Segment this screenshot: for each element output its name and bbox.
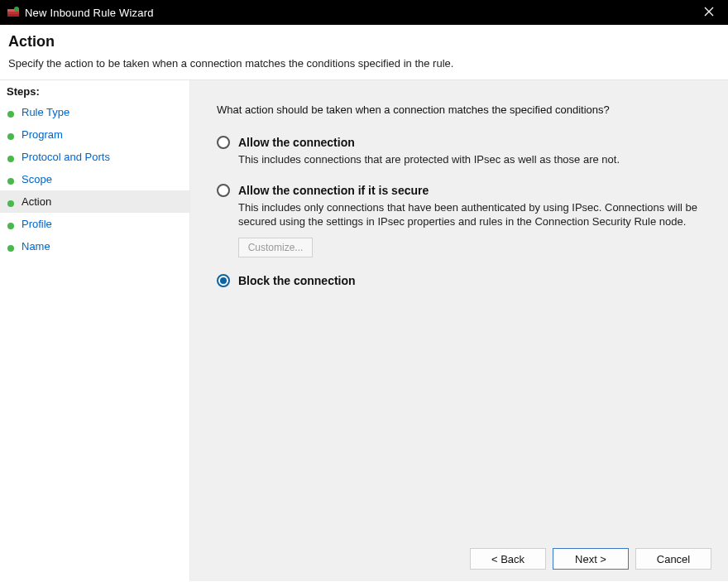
svg-point-8 xyxy=(7,156,14,162)
step-label: Name xyxy=(22,240,50,253)
radio-allow[interactable] xyxy=(217,136,230,149)
step-protocol-ports[interactable]: Protocol and Ports xyxy=(0,146,189,168)
titlebar: New Inbound Rule Wizard xyxy=(0,0,728,25)
bullet-icon xyxy=(7,243,15,251)
option-block: Block the connection xyxy=(217,274,705,287)
main-panel: What action should be taken when a conne… xyxy=(190,80,728,581)
wizard-content: Steps: Rule Type Program Protocol and Po… xyxy=(0,80,728,581)
bullet-icon xyxy=(7,176,15,184)
svg-point-3 xyxy=(14,7,19,12)
option-block-title: Block the connection xyxy=(238,274,356,287)
cancel-button[interactable]: Cancel xyxy=(635,548,711,570)
step-program[interactable]: Program xyxy=(0,123,189,146)
window-title: New Inbound Rule Wizard xyxy=(25,7,154,19)
option-allow: Allow the connection This includes conne… xyxy=(217,136,705,167)
titlebar-left: New Inbound Rule Wizard xyxy=(7,6,154,19)
option-allow-desc: This includes connections that are prote… xyxy=(238,152,702,167)
svg-point-7 xyxy=(7,133,14,140)
action-options: Allow the connection This includes conne… xyxy=(217,136,705,287)
steps-sidebar: Steps: Rule Type Program Protocol and Po… xyxy=(0,80,190,581)
step-label: Protocol and Ports xyxy=(22,151,110,163)
svg-point-9 xyxy=(7,178,14,185)
radio-allow-secure[interactable] xyxy=(217,184,230,197)
bullet-icon xyxy=(7,198,15,206)
option-allow-secure-head[interactable]: Allow the connection if it is secure xyxy=(217,184,705,197)
step-profile[interactable]: Profile xyxy=(0,213,189,235)
close-icon xyxy=(704,7,714,19)
svg-point-6 xyxy=(7,111,14,118)
option-allow-secure: Allow the connection if it is secure Thi… xyxy=(217,184,705,257)
step-action[interactable]: Action xyxy=(0,190,189,213)
step-label: Action xyxy=(22,195,51,208)
option-allow-secure-title: Allow the connection if it is secure xyxy=(238,184,429,197)
customize-button: Customize... xyxy=(238,238,313,257)
step-label: Rule Type xyxy=(22,106,69,118)
wizard-footer: < Back Next > Cancel xyxy=(470,548,711,570)
option-block-head[interactable]: Block the connection xyxy=(217,274,705,287)
bullet-icon xyxy=(7,131,15,139)
bullet-icon xyxy=(7,153,15,161)
bullet-icon xyxy=(7,108,15,117)
wizard-header: Action Specify the action to be taken wh… xyxy=(0,25,728,80)
step-name[interactable]: Name xyxy=(0,235,189,257)
radio-block[interactable] xyxy=(217,274,230,287)
svg-point-11 xyxy=(7,223,14,229)
svg-point-10 xyxy=(7,200,14,207)
step-label: Scope xyxy=(22,173,52,185)
step-label: Program xyxy=(22,128,63,141)
next-button[interactable]: Next > xyxy=(553,548,629,570)
step-label: Profile xyxy=(22,218,52,230)
option-allow-head[interactable]: Allow the connection xyxy=(217,136,705,149)
firewall-icon xyxy=(7,6,20,19)
steps-heading: Steps: xyxy=(0,80,189,101)
close-button[interactable] xyxy=(690,0,728,25)
back-button[interactable]: < Back xyxy=(470,548,546,570)
svg-rect-2 xyxy=(7,14,19,17)
bullet-icon xyxy=(7,220,15,228)
page-title: Action xyxy=(8,33,718,51)
step-rule-type[interactable]: Rule Type xyxy=(0,101,189,123)
action-prompt: What action should be taken when a conne… xyxy=(217,103,705,116)
option-allow-title: Allow the connection xyxy=(238,136,355,149)
step-scope[interactable]: Scope xyxy=(0,168,189,190)
svg-point-12 xyxy=(7,245,14,252)
page-subtitle: Specify the action to be taken when a co… xyxy=(8,57,718,70)
option-allow-secure-desc: This includes only connections that have… xyxy=(238,200,702,229)
